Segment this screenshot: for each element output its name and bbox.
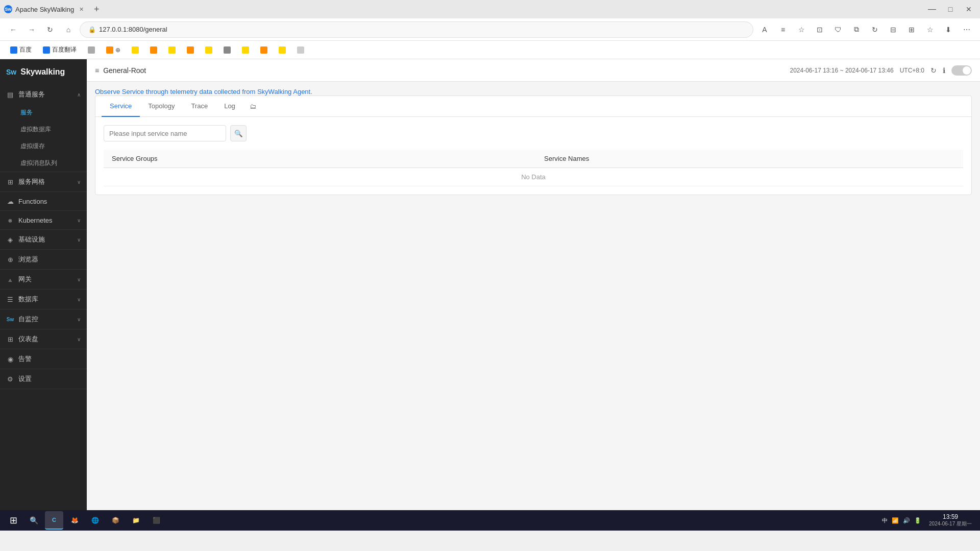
taskbar-app-edge[interactable]: 🌐: [86, 511, 104, 530]
kubernetes-chevron: ∨: [77, 218, 81, 223]
sync-button[interactable]: ↻: [868, 22, 882, 37]
back-button[interactable]: ←: [6, 22, 20, 37]
tab-trace[interactable]: Trace: [183, 96, 216, 117]
apps-button[interactable]: ⊞: [904, 22, 919, 37]
taskbar-volume-icon: 🔊: [901, 517, 912, 524]
taskbar-app-terminal[interactable]: ⬛: [147, 511, 165, 530]
sidebar-item-virtual-db[interactable]: 虚拟数据库: [14, 121, 87, 138]
extensions-button[interactable]: ⊡: [813, 22, 827, 37]
sidebar-item-mesh[interactable]: ⊞ 服务网格 ∨: [0, 172, 87, 191]
download-button[interactable]: ⬇: [941, 22, 955, 37]
kubernetes-icon: ⎈: [6, 216, 14, 224]
bookmark-baidu[interactable]: 百度: [6, 44, 36, 56]
tab-close-button[interactable]: ✕: [77, 5, 85, 13]
minimize-button[interactable]: —: [925, 2, 939, 16]
star-button[interactable]: ☆: [794, 22, 808, 37]
bookmark-14[interactable]: [293, 45, 308, 55]
tab-service[interactable]: Service: [102, 96, 140, 117]
url-bar[interactable]: 🔒 127.0.0.1:8080/general: [80, 21, 753, 38]
maximize-button[interactable]: □: [943, 2, 958, 16]
header-reload-button[interactable]: ↻: [930, 66, 937, 75]
bookmark-7[interactable]: [164, 45, 180, 55]
sidebar-item-database[interactable]: ☰ 数据库 ∨: [0, 290, 87, 309]
taskbar-app-package[interactable]: 📦: [106, 511, 125, 530]
forward-button[interactable]: →: [24, 22, 39, 37]
taskbar-lang-icon[interactable]: 中: [880, 517, 889, 524]
bookmarks-bar: 百度 百度翻译 ⊕: [0, 41, 980, 59]
sidebar-item-kubernetes[interactable]: ⎈ Kubernetes ∨: [0, 211, 87, 229]
sidebar-item-virtual-cache[interactable]: 虚拟缓存: [14, 138, 87, 155]
toggle-switch[interactable]: [951, 65, 972, 76]
sidebar-item-settings[interactable]: ⚙ 设置: [0, 369, 87, 389]
taskbar-start-button[interactable]: ⊞: [4, 511, 22, 530]
new-tab-button[interactable]: +: [89, 2, 104, 16]
header-menu-icon[interactable]: ≡: [95, 66, 99, 75]
bookmark-8[interactable]: [183, 45, 198, 55]
bookmark-12[interactable]: [256, 45, 272, 55]
bookmark-9[interactable]: [201, 45, 216, 55]
observe-link[interactable]: Observe Service through telemetry data c…: [95, 88, 312, 95]
taskbar-search-icon: 🔍: [30, 516, 38, 524]
bookmark-6[interactable]: [146, 45, 161, 55]
sidebar-item-dashboard[interactable]: ⊞ 仪表盘 ∨: [0, 329, 87, 349]
sidebar-item-browser[interactable]: ⊕ 浏览器: [0, 250, 87, 269]
main-content: ≡ General-Root 2024-06-17 13:16 ~ 2024-0…: [87, 59, 980, 510]
bookmark-10[interactable]: [219, 45, 235, 55]
search-button[interactable]: 🔍: [230, 125, 247, 141]
header-time: 2024-06-17 13:16 ~ 2024-06-17 13:46: [790, 67, 893, 74]
shield-button[interactable]: 🛡: [831, 22, 845, 37]
taskbar-app-chrome[interactable]: C: [45, 511, 63, 530]
reload-button[interactable]: ↻: [43, 22, 57, 37]
sidebar-section-functions: ☁ Functions: [0, 192, 87, 211]
sidebar-settings-label: 设置: [18, 374, 32, 384]
sidebar-gateway-label: 网关: [18, 275, 32, 284]
split-button[interactable]: ⊟: [886, 22, 900, 37]
tab-favicon: Sw: [4, 5, 12, 13]
home-button[interactable]: ⌂: [61, 22, 76, 37]
bookmark-5[interactable]: [128, 45, 143, 55]
header-info-button[interactable]: ℹ: [943, 66, 945, 75]
bookmark-4[interactable]: ⊕: [102, 45, 125, 55]
sidebar-section-general: ▤ 普通服务 ∧ 服务 虚拟数据库 虚拟缓存 虚拟消息队列: [0, 85, 87, 172]
sidebar-item-general[interactable]: ▤ 普通服务 ∧: [0, 85, 87, 104]
favorites-button[interactable]: ☆: [923, 22, 937, 37]
browser-icon: ⊕: [6, 255, 14, 263]
taskbar-app-firefox[interactable]: 🦊: [65, 511, 84, 530]
app-container: Sw Skywalking ▤ 普通服务 ∧ 服务 虚拟数据库 虚拟缓存: [0, 59, 980, 510]
sidebar-section-dashboard: ⊞ 仪表盘 ∨: [0, 329, 87, 349]
virtual-db-label: 虚拟数据库: [20, 125, 51, 134]
sidebar-item-services[interactable]: 服务: [14, 104, 87, 121]
sidebar-item-alert[interactable]: ◉ 告警: [0, 349, 87, 369]
sidebar-logo: Sw Skywalking: [0, 59, 87, 85]
tab-topology[interactable]: Topology: [140, 96, 183, 117]
general-icon: ▤: [6, 90, 14, 99]
sidebar-section-gateway: ⟁ 网关 ∨: [0, 270, 87, 290]
more-button[interactable]: ⋯: [960, 22, 974, 37]
reader-button[interactable]: ≡: [776, 22, 790, 37]
sidebar-browser-label: 浏览器: [18, 255, 38, 264]
dashboard-icon: ⊞: [6, 335, 14, 343]
bookmark-3[interactable]: [84, 45, 99, 55]
sidebar-selfmonitor-label: 自监控: [18, 315, 38, 324]
close-window-button[interactable]: ✕: [962, 2, 976, 16]
translate-button[interactable]: A: [757, 22, 772, 37]
taskbar-search-button[interactable]: 🔍: [24, 511, 43, 530]
infra-chevron: ∨: [77, 237, 81, 243]
sidebar-item-virtual-mq[interactable]: 虚拟消息队列: [14, 155, 87, 172]
general-chevron: ∧: [77, 92, 81, 98]
tab-log[interactable]: Log: [216, 96, 243, 117]
sidebar-item-selfmonitor[interactable]: Sw 自监控 ∨: [0, 309, 87, 329]
taskbar-app-files[interactable]: 📁: [127, 511, 145, 530]
tab-icon-docs[interactable]: 🗂: [243, 99, 262, 114]
bookmark-13[interactable]: [275, 45, 290, 55]
bookmark-baidu-translate[interactable]: 百度翻译: [39, 44, 81, 56]
sidebar-general-label: 普通服务: [18, 90, 45, 99]
sidebar-item-functions[interactable]: ☁ Functions: [0, 192, 87, 210]
toggle-knob: [963, 66, 971, 75]
copy-button[interactable]: ⧉: [849, 22, 864, 37]
sidebar-item-gateway[interactable]: ⟁ 网关 ∨: [0, 270, 87, 289]
sidebar-item-infra[interactable]: ◈ 基础设施 ∨: [0, 230, 87, 249]
start-icon: ⊞: [10, 515, 17, 526]
bookmark-11[interactable]: [238, 45, 253, 55]
service-search-input[interactable]: [104, 125, 226, 141]
